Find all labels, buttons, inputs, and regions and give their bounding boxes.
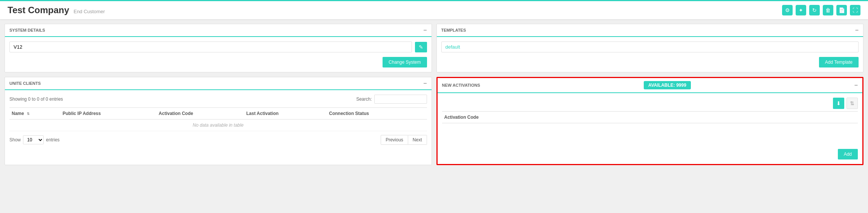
new-activations-label: New Activations (442, 83, 480, 87)
col-activation-code: Activation Code (442, 112, 858, 123)
system-version-input[interactable] (9, 41, 412, 52)
col-connection-status: Connection Status (327, 108, 427, 120)
col-name: Name ⇅ (9, 108, 60, 120)
table-footer: Show 10 25 50 100 entries Previous Next (9, 135, 427, 145)
company-info: Test Company End Customer (8, 5, 105, 15)
clients-table: Name ⇅ Public IP Address Activation Code… (9, 107, 427, 131)
templates-header: TEMPLATES – (437, 24, 863, 37)
delete-icon[interactable]: 🗑 (823, 5, 833, 15)
templates-panel: TEMPLATES – Add Template (436, 24, 864, 72)
col-activation-code: Activation Code (156, 108, 244, 120)
fullscreen-icon[interactable]: ⛶ (850, 5, 860, 15)
header-actions: ⚙ ✦ ↻ 🗑 📄 ⛶ (782, 5, 860, 15)
gear-icon[interactable]: ✦ (796, 5, 806, 15)
entries-select[interactable]: 10 25 50 100 (23, 135, 44, 144)
header: Test Company End Customer ⚙ ✦ ↻ 🗑 📄 ⛶ (0, 0, 868, 19)
company-name: Test Company (8, 5, 69, 15)
search-row: Search: (356, 95, 427, 104)
company-type: End Customer (73, 9, 105, 14)
no-data-row: No data available in table (9, 120, 427, 131)
main-content: SYSTEM DETAILS – ✎ Change System TEMPLAT… (0, 19, 868, 170)
unite-clients-label: Unite Clients (9, 81, 41, 86)
no-data-cell: No data available in table (9, 120, 427, 131)
new-activations-minimize[interactable]: – (854, 82, 858, 88)
activation-empty-row (442, 123, 858, 146)
change-system-button[interactable]: Change System (383, 57, 427, 67)
unite-clients-header: Unite Clients – (5, 77, 432, 90)
add-template-button[interactable]: Add Template (819, 57, 859, 67)
sort-icon-name: ⇅ (27, 112, 30, 116)
activation-footer: Add (442, 146, 858, 159)
templates-minimize[interactable]: – (855, 27, 859, 33)
activation-empty-cell (442, 123, 858, 146)
sort-icon: ⇅ (850, 100, 854, 106)
col-last-activation: Last Activation (244, 108, 327, 120)
next-button[interactable]: Next (408, 135, 427, 145)
add-template-row: Add Template (441, 57, 859, 67)
available-badge: Available: 9999 (644, 81, 691, 89)
templates-label: TEMPLATES (441, 28, 466, 32)
activation-header-row: Activation Code (442, 112, 858, 123)
activation-table: Activation Code (442, 111, 858, 146)
system-details-panel: SYSTEM DETAILS – ✎ Change System (5, 24, 432, 72)
templates-body: Add Template (437, 37, 863, 72)
download-icon: ⬇ (836, 100, 841, 106)
file-icon[interactable]: 📄 (836, 5, 847, 15)
pagination: Previous Next (381, 135, 427, 145)
settings-icon[interactable]: ⚙ (782, 5, 793, 15)
table-controls: Showing 0 to 0 of 0 entries Search: (9, 95, 427, 104)
search-label: Search: (356, 97, 372, 102)
unite-clients-panel: Unite Clients – Showing 0 to 0 of 0 entr… (5, 77, 432, 165)
system-details-label: SYSTEM DETAILS (9, 28, 45, 32)
template-value-input[interactable] (441, 41, 859, 52)
system-details-body: ✎ Change System (5, 37, 432, 72)
unite-clients-body: Showing 0 to 0 of 0 entries Search: Name… (5, 90, 432, 149)
refresh-icon[interactable]: ↻ (809, 5, 820, 15)
showing-text: Showing 0 to 0 of 0 entries (9, 97, 63, 102)
activation-toolbar: ⬇ ⇅ (442, 98, 858, 109)
edit-system-button[interactable]: ✎ (415, 42, 427, 52)
sort-button[interactable]: ⇅ (847, 98, 858, 109)
unite-clients-minimize[interactable]: – (424, 80, 427, 86)
edit-icon: ✎ (419, 44, 423, 50)
table-header-row: Name ⇅ Public IP Address Activation Code… (9, 108, 427, 120)
show-entries: Show 10 25 50 100 entries (9, 135, 60, 144)
col-public-ip: Public IP Address (60, 108, 156, 120)
system-input-row: ✎ (9, 41, 427, 52)
entries-label: entries (46, 137, 60, 143)
prev-button[interactable]: Previous (381, 135, 408, 145)
change-system-row: Change System (9, 57, 427, 67)
new-activations-panel: New Activations Available: 9999 – ⬇ ⇅ Ac… (436, 77, 864, 165)
search-input[interactable] (374, 95, 427, 104)
new-activations-header: New Activations Available: 9999 – (438, 78, 863, 93)
show-label: Show (9, 137, 21, 143)
new-activations-body: ⬇ ⇅ Activation Code Ad (438, 93, 863, 164)
download-button[interactable]: ⬇ (833, 98, 844, 109)
system-details-header: SYSTEM DETAILS – (5, 24, 432, 37)
add-button[interactable]: Add (838, 149, 858, 159)
system-details-minimize[interactable]: – (424, 27, 427, 33)
